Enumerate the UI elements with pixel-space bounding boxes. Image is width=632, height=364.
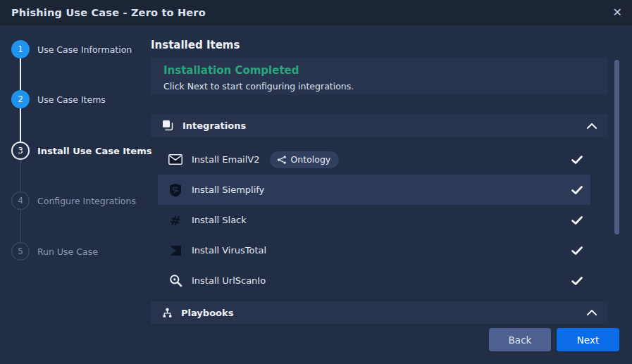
install-use-case-modal: Phishing Use Case - Zero to Hero ✕ 1 Use… (0, 0, 632, 364)
ontology-branch-icon (277, 155, 287, 165)
integrations-icon (162, 120, 174, 132)
check-icon (571, 277, 583, 285)
section-header-playbooks[interactable]: Playbooks (151, 301, 608, 324)
stepper-connector (20, 210, 21, 242)
item-label: Install Slack (192, 215, 247, 225)
step-number-badge: 1 (11, 40, 30, 58)
slack-icon: # (168, 213, 183, 228)
item-label: Install Siemplify (192, 184, 264, 195)
check-icon (571, 246, 583, 255)
step-label: Use Case Items (37, 94, 106, 105)
list-item-install-siemplify[interactable]: Install Siemplify (158, 175, 590, 205)
item-label: Install UrlScanIo (192, 275, 266, 286)
stepper-connector (20, 160, 21, 192)
step-install-use-case-items[interactable]: 3 Install Use Case Items (11, 142, 151, 160)
siemplify-icon (168, 183, 183, 197)
step-number-badge: 5 (11, 242, 30, 261)
section-label: Playbooks (181, 308, 233, 318)
back-button[interactable]: Back (489, 328, 551, 351)
virustotal-icon (168, 244, 183, 257)
email-icon (168, 154, 183, 165)
step-use-case-items[interactable]: 2 Use Case Items (11, 90, 106, 108)
page-title: Installed Items (151, 39, 240, 51)
list-item-install-slack[interactable]: # Install Slack (158, 205, 590, 235)
chevron-up-icon[interactable] (587, 123, 597, 129)
section-label: Integrations (182, 120, 246, 131)
scrollbar-thumb[interactable] (614, 60, 619, 234)
step-number-badge: 2 (11, 90, 30, 108)
step-configure-integrations[interactable]: 4 Configure Integrations (11, 192, 136, 210)
step-label: Install Use Case Items (37, 146, 151, 156)
close-icon[interactable]: ✕ (613, 7, 622, 18)
urlscan-magnifier-icon (168, 274, 183, 287)
ontology-badge: Ontology (270, 151, 340, 168)
installation-completed-banner: Installation Completed Click Next to sta… (151, 57, 608, 95)
playbooks-sitemap-icon (162, 308, 173, 318)
list-item-install-virustotal[interactable]: Install VirusTotal (158, 235, 590, 265)
step-use-case-information[interactable]: 1 Use Case Information (11, 40, 132, 58)
list-item-install-emailv2[interactable]: Install EmailV2 Ontology (158, 144, 590, 175)
stepper-connector (20, 108, 21, 142)
check-icon (571, 186, 583, 194)
item-label: Install VirusTotal (192, 245, 266, 256)
banner-title: Installation Completed (163, 64, 299, 77)
modal-titlebar: Phishing Use Case - Zero to Hero ✕ (0, 0, 632, 25)
step-run-use-case[interactable]: 5 Run Use Case (11, 242, 98, 261)
step-label: Use Case Information (37, 44, 132, 55)
chevron-up-icon[interactable] (587, 310, 597, 315)
modal-title: Phishing Use Case - Zero to Hero (11, 7, 206, 18)
list-item-install-urlscanio[interactable]: Install UrlScanIo (158, 265, 590, 296)
item-label: Install EmailV2 (192, 154, 260, 165)
badge-label: Ontology (291, 154, 331, 165)
step-label: Run Use Case (37, 246, 98, 257)
banner-subtitle: Click Next to start configuring integrat… (163, 81, 354, 92)
step-number-badge: 4 (11, 192, 30, 210)
check-icon (571, 216, 583, 225)
section-header-integrations[interactable]: Integrations (151, 114, 608, 137)
check-icon (571, 156, 583, 164)
stepper-connector (20, 58, 21, 90)
step-number-badge: 3 (11, 142, 30, 160)
next-button[interactable]: Next (557, 328, 619, 351)
step-label: Configure Integrations (37, 196, 136, 206)
